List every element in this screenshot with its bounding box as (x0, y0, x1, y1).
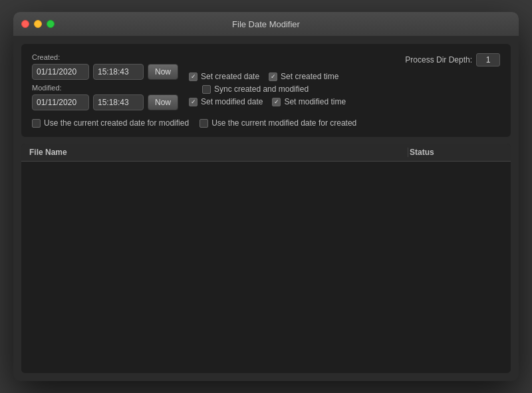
use-modified-for-created-checkbox[interactable] (200, 119, 208, 128)
settings-panel: Created: Now Modified: Now (21, 44, 511, 137)
set-modified-time-checkbox-item[interactable]: Set modified time (272, 97, 346, 106)
row-2: Sync created and modified (189, 84, 500, 94)
set-modified-time-checkbox[interactable] (272, 98, 281, 106)
process-dir-label: Process Dir Depth: (405, 55, 472, 65)
created-date-input[interactable] (32, 64, 89, 80)
row-1: Set created date Set created time (189, 72, 500, 81)
process-dir-input[interactable] (476, 53, 500, 66)
set-modified-time-label: Set modified time (284, 97, 346, 106)
created-time-input[interactable] (93, 64, 144, 80)
sync-created-modified-checkbox-item[interactable]: Sync created and modified (202, 84, 309, 94)
set-modified-date-checkbox[interactable] (189, 98, 198, 106)
sync-created-modified-checkbox[interactable] (202, 85, 211, 94)
modified-date-input[interactable] (32, 94, 89, 110)
created-label: Created: (32, 53, 178, 61)
table-body (21, 162, 511, 373)
process-dir-row: Process Dir Depth: (189, 53, 500, 66)
status-column-header: Status (410, 148, 503, 157)
use-created-for-modified-checkbox[interactable] (32, 119, 41, 128)
use-created-for-modified-label: Use the current created date for modifie… (44, 118, 189, 128)
column-separator (408, 148, 408, 157)
main-window: File Date Modifier Created: Now Modified… (13, 12, 519, 381)
close-button[interactable] (21, 20, 29, 28)
use-modified-for-created-item[interactable]: Use the current modified date for create… (200, 118, 356, 128)
set-created-time-checkbox[interactable] (269, 72, 277, 81)
title-bar: File Date Modifier (13, 12, 519, 36)
created-row: Created: Now (32, 53, 178, 80)
created-now-button[interactable]: Now (148, 64, 178, 80)
window-title: File Date Modifier (232, 19, 300, 29)
traffic-lights (21, 20, 55, 28)
set-created-date-label: Set created date (201, 72, 259, 81)
row-3: Set modified date Set modified time (189, 97, 500, 106)
settings-inner: Created: Now Modified: Now (32, 53, 500, 110)
created-input-group: Now (32, 64, 178, 80)
modified-time-input[interactable] (93, 94, 144, 110)
set-created-date-checkbox[interactable] (189, 72, 198, 81)
modified-row: Modified: Now (32, 84, 178, 110)
sync-created-modified-label: Sync created and modified (214, 84, 309, 94)
modified-label: Modified: (32, 84, 178, 92)
file-table: File Name Status (21, 144, 511, 373)
set-created-time-label: Set created time (281, 72, 338, 81)
set-created-time-checkbox-item[interactable]: Set created time (269, 72, 338, 81)
options-section: Process Dir Depth: Set created date Set (189, 53, 500, 110)
use-created-for-modified-item[interactable]: Use the current created date for modifie… (32, 118, 189, 128)
table-header: File Name Status (21, 144, 511, 162)
modified-input-group: Now (32, 94, 178, 110)
use-modified-for-created-label: Use the current modified date for create… (211, 118, 356, 128)
checkbox-rows: Set created date Set created time Sync c… (189, 72, 500, 106)
main-content: Created: Now Modified: Now (13, 36, 519, 381)
set-modified-date-checkbox-item[interactable]: Set modified date (189, 97, 263, 106)
set-created-date-checkbox-item[interactable]: Set created date (189, 72, 259, 81)
set-modified-date-label: Set modified date (201, 97, 263, 106)
file-name-column-header: File Name (29, 148, 406, 157)
minimize-button[interactable] (34, 20, 42, 28)
date-fields-section: Created: Now Modified: Now (32, 53, 178, 110)
maximize-button[interactable] (47, 20, 55, 28)
modified-now-button[interactable]: Now (148, 94, 178, 110)
bottom-checkboxes: Use the current created date for modifie… (32, 116, 500, 128)
